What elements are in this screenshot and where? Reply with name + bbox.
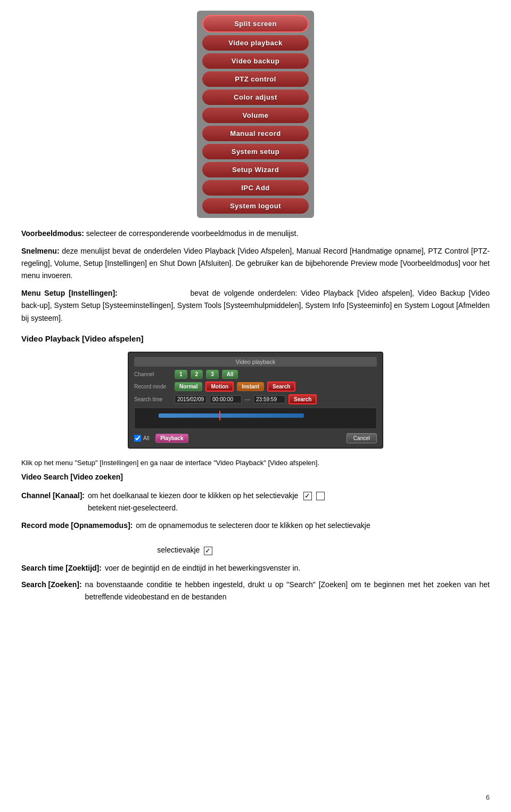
playback-image-container: Video playback Channel 1 2 3 All Record … (21, 352, 490, 449)
menusetup-label: Menu Setup [Instellingen]: (21, 289, 118, 297)
context-menu-graphic: Split screen Video playback Video backup… (197, 11, 314, 218)
record-mode-content: om de opnamemodus te selecteren door te … (136, 519, 370, 556)
record-mode-label: Record mode [Opnamemodus]: (21, 519, 133, 556)
menu-btn-split-screen: Split screen (202, 15, 309, 33)
playback-channel-all: All (222, 370, 238, 379)
playback-caption: Klik op het menu "Setup" [Instellingen] … (21, 457, 490, 468)
playback-timeline-marker (219, 411, 220, 420)
page-number: 6 (486, 793, 490, 801)
search-content: na bovenstaande conditie te hebben inges… (85, 579, 490, 603)
playback-timeline (134, 408, 377, 429)
search-paragraph: Search [Zoeken]: na bovenstaande conditi… (21, 579, 490, 603)
playback-channel-3: 3 (206, 370, 219, 379)
playback-playback-btn[interactable]: Playback (155, 434, 188, 443)
playback-timeline-bar (159, 413, 303, 418)
video-playback-heading: Video Playback [Video afspelen] (21, 334, 490, 343)
playback-search-time-row: Search time 2015/02/09 00:00:00 — 23:59:… (134, 394, 377, 404)
snelmenu-text: deze menulijst bevat de onderdelen Video… (21, 247, 490, 280)
playback-time-from: 00:00:00 (210, 395, 242, 403)
channel-paragraph: Channel [Kanaal]: om het doelkanaal te k… (21, 490, 490, 514)
playback-mode-search-btn: Search (267, 381, 295, 392)
playback-time-to: 23:59:59 (253, 395, 285, 403)
menu-btn-setup-wizard: Setup Wizard (202, 162, 309, 177)
search-label: Search [Zoeken]: (21, 579, 82, 603)
playback-channel-row: Channel 1 2 3 All (134, 370, 377, 379)
channel-text2: betekent niet-geselecteerd. (88, 504, 178, 512)
search-time-label: Search time [Zoektijd]: (21, 562, 102, 574)
playback-search-action-btn[interactable]: Search (289, 394, 317, 404)
search-time-paragraph: Search time [Zoektijd]: voer de begintij… (21, 562, 490, 574)
menu-btn-video-backup: Video backup (202, 53, 309, 69)
menu-btn-video-playback: Video playback (202, 35, 309, 51)
channel-content: om het doelkanaal te kiezen door te klik… (88, 490, 326, 514)
voorbeeldmodus-label: Voorbeeldmodus: (21, 229, 84, 238)
playback-channel-label: Channel (134, 371, 171, 377)
record-mode-selectievakje: selectievakje (157, 546, 213, 554)
playback-bottom-row: All Playback Cancel (134, 433, 377, 443)
menu-btn-color-adjust: Color adjust (202, 90, 309, 105)
playback-checkbox-row: All Playback (134, 434, 188, 443)
playback-record-mode-label: Record mode (134, 384, 171, 389)
playback-search-time-label: Search time (134, 396, 171, 402)
checkbox-empty-icon (316, 492, 325, 500)
menu-btn-system-logout: System logout (202, 198, 309, 214)
playback-cancel-btn[interactable]: Cancel (347, 433, 377, 443)
video-search-heading: Video Search [Video zoeken] (21, 473, 490, 481)
playback-checkbox[interactable] (134, 435, 141, 442)
playback-checkbox-label: All (143, 435, 149, 441)
snelmenu-paragraph: Snelmenu: deze menulijst bevat de onderd… (21, 245, 490, 282)
playback-title-bar: Video playback (134, 357, 377, 367)
voorbeeldmodus-text: selecteer de corresponderende voorbeeldm… (84, 229, 298, 238)
channel-checkboxes (302, 492, 326, 500)
menusetup-paragraph: Menu Setup [Instellingen]: bevat de volg… (21, 287, 490, 324)
menu-btn-volume: Volume (202, 108, 309, 123)
record-mode-checkbox (204, 547, 212, 555)
snelmenu-label: Snelmenu: (21, 247, 60, 255)
playback-date-input: 2015/02/09 (175, 395, 207, 403)
playback-channel-1: 1 (175, 370, 187, 379)
search-time-content: voer de begintijd en de eindtijd in het … (105, 562, 300, 574)
menu-btn-ipc-add: IPC Add (202, 180, 309, 196)
menu-btn-manual-record: Manual record (202, 126, 309, 141)
playback-mode-instant: Instant (237, 382, 264, 391)
playback-mode-normal: Normal (175, 382, 202, 391)
playback-time-separator: — (245, 396, 250, 402)
menu-btn-system-setup: System setup (202, 144, 309, 159)
menu-image-section: Split screen Video playback Video backup… (21, 11, 490, 218)
playback-mode-motion: Motion (205, 381, 234, 392)
record-mode-paragraph: Record mode [Opnamemodus]: om de opnamem… (21, 519, 490, 556)
checkbox-checked-icon (303, 492, 312, 500)
menu-btn-ptz-control: PTZ control (202, 71, 309, 87)
voorbeeldmodus-paragraph: Voorbeeldmodus: selecteer de corresponde… (21, 228, 490, 240)
playback-graphic: Video playback Channel 1 2 3 All Record … (128, 352, 383, 449)
playback-record-mode-row: Record mode Normal Motion Instant Search (134, 381, 377, 392)
playback-channel-2: 2 (191, 370, 203, 379)
channel-label: Channel [Kanaal]: (21, 490, 85, 514)
